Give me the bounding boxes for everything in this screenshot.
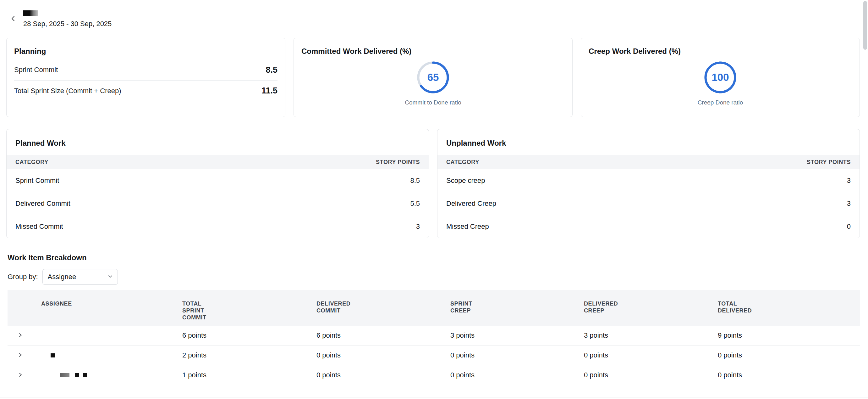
- column-header-category: CATEGORY: [16, 159, 49, 166]
- planned-work-header: CATEGORY STORY POINTS: [7, 155, 429, 169]
- breakdown-table: ASSIGNEE TOTAL SPRINT COMMIT DELIVERED C…: [7, 290, 860, 385]
- creep-work-card: Creep Work Delivered (%) 100 Creep Done …: [581, 38, 860, 117]
- planned-work-card: Planned Work CATEGORY STORY POINTS Sprin…: [6, 129, 429, 238]
- total-sprint-commit-cell: 2 points: [182, 351, 316, 359]
- group-by-label: Group by:: [7, 273, 38, 281]
- table-row: Delivered Creep 3: [437, 192, 860, 215]
- creep-progress-value: 100: [704, 61, 737, 94]
- unplanned-work-card: Unplanned Work CATEGORY STORY POINTS Sco…: [437, 129, 860, 238]
- category-cell: Missed Commit: [16, 223, 63, 231]
- planned-work-title: Planned Work: [7, 129, 429, 155]
- table-row: Sprint Commit 8.5: [7, 169, 429, 192]
- committed-progress-ring: 65: [416, 61, 450, 94]
- group-by-row: Group by: Assignee: [7, 269, 860, 285]
- breakdown-row: 1 points 0 points 0 points 0 points 0 po…: [7, 365, 860, 385]
- points-cell: 8.5: [410, 176, 420, 185]
- planning-row-value: 8.5: [266, 65, 278, 75]
- chevron-down-icon: [107, 273, 113, 281]
- total-sprint-commit-cell: 6 points: [182, 331, 316, 340]
- breakdown-row: 2 points 0 points 0 points 0 points 0 po…: [7, 345, 860, 365]
- unplanned-work-title: Unplanned Work: [437, 129, 860, 155]
- column-header-delivered-creep: DELIVERED CREEP: [584, 301, 718, 314]
- points-cell: 5.5: [410, 200, 420, 208]
- committed-progress-caption: Commit to Done ratio: [405, 99, 461, 106]
- category-cell: Sprint Commit: [16, 176, 59, 185]
- sprint-creep-cell: 0 points: [450, 371, 584, 379]
- column-header-delivered-commit: DELIVERED COMMIT: [316, 301, 450, 314]
- bottom-divider: [0, 397, 868, 397]
- work-tables-row: Planned Work CATEGORY STORY POINTS Sprin…: [0, 129, 868, 238]
- page-header: 28 Sep, 2025 - 30 Sep, 2025: [0, 0, 868, 38]
- sprint-creep-cell: 3 points: [450, 331, 584, 340]
- total-delivered-cell: 0 points: [718, 351, 860, 359]
- points-cell: 3: [416, 223, 420, 231]
- breakdown-table-header: ASSIGNEE TOTAL SPRINT COMMIT DELIVERED C…: [7, 290, 860, 326]
- redacted-assignee-name: [83, 373, 87, 377]
- planning-rows: Sprint Commit 8.5 Total Sprint Size (Com…: [14, 59, 278, 101]
- group-by-select[interactable]: Assignee: [42, 269, 118, 285]
- planning-row-label: Total Sprint Size (Commit + Creep): [14, 87, 121, 95]
- total-delivered-cell: 0 points: [718, 371, 860, 379]
- points-cell: 3: [847, 176, 851, 185]
- table-row: Missed Commit 3: [7, 215, 429, 238]
- category-cell: Scope creep: [446, 176, 485, 185]
- column-header-total-sprint-commit: TOTAL SPRINT COMMIT: [182, 301, 316, 321]
- sprint-creep-cell: 0 points: [450, 351, 584, 359]
- delivered-commit-cell: 6 points: [316, 331, 450, 340]
- creep-work-card-title: Creep Work Delivered (%): [589, 47, 681, 56]
- assignee-cell: [33, 353, 182, 358]
- chevron-right-icon: [18, 333, 23, 339]
- row-expand-button[interactable]: [7, 345, 33, 365]
- table-row: Delivered Commit 5.5: [7, 192, 429, 215]
- column-header-sprint-creep: SPRINT CREEP: [450, 301, 584, 314]
- table-row: Missed Creep 0: [437, 215, 860, 238]
- delivered-creep-cell: 3 points: [584, 331, 718, 340]
- column-header-story-points: STORY POINTS: [807, 159, 851, 166]
- category-cell: Delivered Commit: [16, 200, 70, 208]
- planning-row: Sprint Commit 8.5: [14, 59, 278, 80]
- breakdown-row: 6 points 6 points 3 points 3 points 9 po…: [7, 326, 860, 345]
- chevron-left-icon: [10, 15, 17, 23]
- work-item-breakdown-section: Work Item Breakdown Group by: Assignee A…: [0, 253, 868, 385]
- chevron-right-icon: [18, 352, 23, 359]
- planning-row: Total Sprint Size (Commit + Creep) 11.5: [14, 80, 278, 101]
- summary-cards-row: Planning Sprint Commit 8.5 Total Sprint …: [0, 38, 868, 117]
- total-sprint-commit-cell: 1 points: [182, 371, 316, 379]
- date-range: 28 Sep, 2025 - 30 Sep, 2025: [23, 20, 112, 28]
- committed-progress-value: 65: [416, 61, 450, 94]
- column-header-assignee: ASSIGNEE: [33, 301, 182, 308]
- delivered-creep-cell: 0 points: [584, 371, 718, 379]
- row-expand-button[interactable]: [7, 365, 33, 385]
- committed-work-card: Committed Work Delivered (%) 65 Commit t…: [293, 38, 572, 117]
- row-expand-button[interactable]: [7, 326, 33, 345]
- vertical-scrollbar-thumb[interactable]: [863, 1, 867, 50]
- creep-progress-caption: Creep Done ratio: [698, 99, 743, 106]
- unplanned-work-header: CATEGORY STORY POINTS: [437, 155, 860, 169]
- delivered-creep-cell: 0 points: [584, 351, 718, 359]
- redacted-assignee-name: [51, 353, 55, 358]
- redacted-assignee-name: [75, 373, 79, 377]
- redacted-assignee-name: [60, 373, 69, 377]
- column-header-total-delivered: TOTAL DELIVERED: [718, 301, 860, 314]
- column-header-story-points: STORY POINTS: [376, 159, 420, 166]
- planning-card: Planning Sprint Commit 8.5 Total Sprint …: [6, 38, 285, 117]
- points-cell: 0: [847, 223, 851, 231]
- delivered-commit-cell: 0 points: [316, 351, 450, 359]
- breakdown-title: Work Item Breakdown: [7, 253, 860, 262]
- column-header-category: CATEGORY: [446, 159, 479, 166]
- redacted-report-title: [23, 10, 38, 16]
- creep-progress-ring: 100: [704, 61, 737, 94]
- category-cell: Missed Creep: [446, 223, 489, 231]
- back-button[interactable]: [7, 12, 20, 25]
- planning-card-title: Planning: [14, 47, 278, 56]
- committed-work-card-title: Committed Work Delivered (%): [301, 47, 411, 56]
- assignee-cell: [33, 373, 182, 377]
- delivered-commit-cell: 0 points: [316, 371, 450, 379]
- sprint-report-page: 28 Sep, 2025 - 30 Sep, 2025 Planning Spr…: [0, 0, 868, 399]
- group-by-selected-value: Assignee: [48, 273, 76, 281]
- chevron-right-icon: [18, 372, 23, 378]
- table-row: Scope creep 3: [437, 169, 860, 192]
- planning-row-label: Sprint Commit: [14, 66, 58, 74]
- total-delivered-cell: 9 points: [718, 331, 860, 340]
- category-cell: Delivered Creep: [446, 200, 496, 208]
